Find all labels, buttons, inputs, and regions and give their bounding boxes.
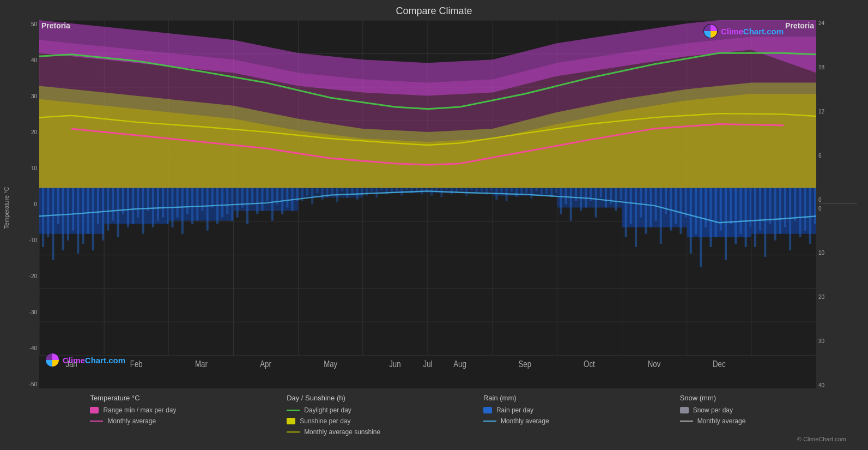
- svg-rect-169: [695, 188, 697, 233]
- svg-rect-175: [725, 188, 727, 260]
- svg-rect-136: [545, 188, 548, 194]
- svg-rect-174: [720, 188, 722, 230]
- svg-rect-87: [316, 188, 318, 193]
- svg-rect-140: [560, 188, 562, 214]
- svg-rect-165: [679, 188, 682, 233]
- logo-bottom-left: ClimeChart.com: [45, 352, 125, 368]
- svg-rect-168: [690, 188, 692, 254]
- svg-rect-75: [261, 188, 263, 211]
- svg-rect-177: [735, 188, 737, 243]
- svg-rect-35: [77, 188, 79, 254]
- logo-text-bottom: ClimeChart.com: [63, 356, 125, 365]
- svg-rect-149: [605, 188, 607, 207]
- y-axis-left-label: Temperature °C: [3, 187, 10, 229]
- svg-text:Nov: Nov: [648, 359, 661, 369]
- svg-rect-39: [97, 188, 99, 224]
- svg-rect-161: [660, 188, 662, 243]
- svg-rect-50: [147, 188, 149, 211]
- svg-rect-157: [640, 188, 642, 217]
- svg-rect-67: [226, 188, 228, 214]
- legend-item-temp-avg: Monthly average: [90, 417, 188, 425]
- svg-rect-90: [331, 188, 333, 194]
- svg-rect-116: [451, 188, 453, 194]
- svg-rect-53: [162, 188, 164, 217]
- legend-group-snow: Snow (mm) Snow per day Monthly average: [680, 394, 778, 436]
- legend-swatch-snow-rect: [680, 407, 689, 413]
- svg-rect-98: [366, 188, 368, 195]
- svg-rect-129: [511, 188, 513, 191]
- svg-rect-166: [685, 188, 687, 217]
- location-right-label: Pretoria: [785, 21, 814, 30]
- svg-rect-43: [112, 188, 114, 220]
- svg-rect-114: [440, 188, 442, 197]
- svg-rect-49: [142, 188, 144, 233]
- svg-rect-187: [779, 188, 781, 233]
- svg-text:Mar: Mar: [195, 359, 208, 369]
- legend-group-rain: Rain (mm) Rain per day Monthly average: [483, 394, 581, 436]
- svg-rect-186: [774, 188, 776, 240]
- legend-swatch-sunshine-rect: [287, 418, 295, 424]
- legend-item-rain-rect: Rain per day: [483, 406, 581, 414]
- svg-rect-28: [42, 188, 44, 247]
- svg-text:Jun: Jun: [389, 359, 400, 369]
- svg-rect-132: [525, 188, 527, 193]
- svg-rect-115: [446, 188, 448, 190]
- svg-rect-93: [346, 188, 348, 197]
- chart-main: Pretoria Pretoria ClimeChart.com: [39, 20, 816, 388]
- svg-rect-192: [804, 188, 806, 230]
- legend-title-temperature: Temperature °C: [90, 394, 188, 402]
- legend-item-sunshine-avg: Monthly average sunshine: [287, 428, 385, 436]
- svg-rect-159: [650, 188, 652, 227]
- svg-rect-173: [715, 188, 717, 237]
- logo-text-top: ClimeChart.com: [721, 27, 784, 36]
- svg-rect-124: [490, 188, 493, 191]
- svg-rect-130: [515, 188, 518, 197]
- svg-rect-96: [361, 188, 363, 195]
- svg-rect-127: [500, 188, 502, 193]
- svg-rect-42: [107, 188, 109, 230]
- svg-rect-29: [47, 188, 49, 237]
- legend-title-sunshine: Day / Sunshine (h): [287, 394, 385, 402]
- svg-rect-190: [794, 188, 796, 220]
- svg-rect-141: [565, 188, 567, 204]
- svg-rect-52: [157, 188, 159, 220]
- svg-rect-59: [186, 188, 189, 214]
- svg-rect-156: [635, 188, 637, 247]
- svg-rect-48: [137, 188, 139, 217]
- svg-rect-119: [465, 188, 468, 195]
- svg-rect-61: [196, 188, 198, 220]
- legend-group-sunshine: Day / Sunshine (h) Daylight per day Suns…: [287, 394, 385, 436]
- y-axis-left-values: 50 40 30 20 10 0 -10 -20 -30 -40 -50: [29, 20, 37, 388]
- svg-rect-151: [615, 188, 617, 211]
- svg-rect-66: [221, 188, 223, 217]
- svg-rect-80: [286, 188, 288, 207]
- logo-top-right: ClimeChart.com: [703, 23, 784, 39]
- svg-rect-118: [460, 188, 463, 190]
- chart-svg: Jan Feb Mar Apr May Jun Jul Aug Sep Oct …: [39, 20, 816, 388]
- legend-swatch-rain-avg: [483, 421, 496, 422]
- legend-item-temp-range: Range min / max per day: [90, 406, 188, 414]
- svg-rect-73: [251, 188, 253, 204]
- svg-text:Jul: Jul: [423, 359, 433, 369]
- svg-rect-88: [321, 188, 323, 200]
- svg-rect-158: [645, 188, 647, 233]
- svg-rect-176: [730, 188, 732, 224]
- legend-group-temperature: Temperature °C Range min / max per day M…: [90, 394, 188, 436]
- legend-item-sunshine-rect: Sunshine per day: [287, 417, 385, 425]
- svg-text:Feb: Feb: [130, 359, 143, 369]
- legend-swatch-rain-rect: [483, 407, 492, 413]
- svg-rect-150: [610, 188, 612, 204]
- svg-rect-120: [470, 188, 472, 190]
- page-title: Compare Climate: [11, 5, 857, 17]
- svg-rect-154: [625, 188, 627, 237]
- legend-swatch-sunshine-avg: [287, 431, 300, 433]
- svg-rect-64: [211, 188, 214, 207]
- location-left-label: Pretoria: [41, 21, 70, 30]
- svg-rect-38: [92, 188, 94, 250]
- svg-rect-144: [580, 188, 582, 211]
- svg-rect-148: [600, 188, 602, 197]
- svg-rect-54: [167, 188, 168, 224]
- svg-rect-85: [306, 188, 308, 195]
- svg-rect-155: [630, 188, 632, 224]
- logo-icon-top: [703, 23, 718, 39]
